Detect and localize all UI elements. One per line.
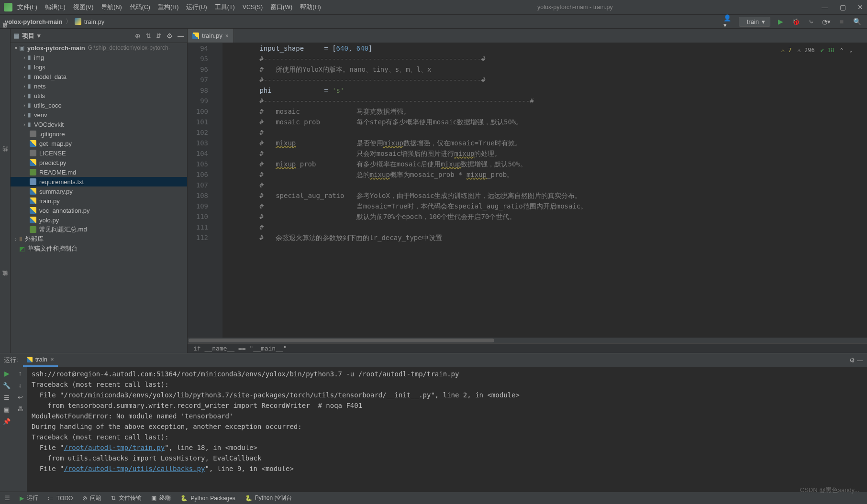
- menu-window[interactable]: 窗口(W): [270, 3, 292, 11]
- expand-all-icon[interactable]: ⇅: [145, 32, 151, 40]
- tree-scratches[interactable]: ◩ 草稿文件和控制台: [11, 244, 187, 253]
- tree-file[interactable]: README.md: [11, 167, 187, 177]
- tree-folder[interactable]: ›▮logs: [11, 62, 187, 72]
- print-icon[interactable]: 🖶: [17, 405, 23, 413]
- tree-file[interactable]: train.py: [11, 196, 187, 206]
- stack-icon[interactable]: ☰: [4, 394, 10, 401]
- user-add-icon[interactable]: 👤▾: [723, 16, 734, 27]
- tree-file[interactable]: summary.py: [11, 186, 187, 196]
- tree-file[interactable]: 常见问题汇总.md: [11, 225, 187, 234]
- wrench-icon[interactable]: 🔧: [3, 382, 11, 389]
- statusbar-python-console[interactable]: 🐍 Python 控制台: [245, 494, 292, 502]
- soft-wrap-icon[interactable]: ↩: [18, 394, 23, 401]
- statusbar-menu-icon[interactable]: ☰: [5, 495, 10, 502]
- statusbar-python-packages[interactable]: 🐍 Python Packages: [180, 495, 235, 502]
- chevron-right-icon[interactable]: ›: [21, 55, 28, 60]
- tree-folder[interactable]: ›▮VOCdevkit: [11, 120, 187, 129]
- statusbar-terminal[interactable]: ▣ 终端: [151, 494, 171, 502]
- editor-content[interactable]: 9495969798991001011021031041051061071081…: [188, 43, 867, 338]
- console-output[interactable]: ssh://root@region-4.autodl.com:51364/roo…: [27, 367, 867, 492]
- project-tree[interactable]: ▾ ▣ yolox-pytorch-main G:\ship_detection…: [11, 43, 187, 353]
- chevron-right-icon[interactable]: ›: [21, 65, 28, 70]
- python-file-icon: [75, 18, 81, 25]
- statusbar-run[interactable]: ▶运行: [20, 494, 38, 502]
- editor-tab-train[interactable]: train.py ×: [188, 29, 234, 43]
- menu-help[interactable]: 帮助(H): [300, 3, 321, 11]
- tree-file[interactable]: get_map.py: [11, 139, 187, 148]
- settings-icon[interactable]: ⚙: [167, 32, 173, 40]
- tree-file[interactable]: voc_annotation.py: [11, 206, 187, 215]
- warning-icon[interactable]: ⚠ 7: [781, 45, 792, 55]
- run-tab-train[interactable]: train ×: [23, 353, 58, 367]
- pin-icon[interactable]: 📌: [3, 418, 11, 425]
- profile-button[interactable]: ◔▾: [821, 16, 832, 27]
- chevron-up-icon[interactable]: ⌃: [840, 45, 844, 55]
- chevron-right-icon[interactable]: ›: [21, 122, 28, 127]
- menu-run[interactable]: 运行(U): [186, 3, 207, 11]
- tree-file[interactable]: requirements.txt: [11, 177, 187, 186]
- stop-button[interactable]: ■: [836, 16, 847, 27]
- locate-icon[interactable]: ⊕: [135, 32, 141, 40]
- tree-file[interactable]: yolo.py: [11, 215, 187, 225]
- chevron-right-icon[interactable]: ›: [21, 93, 28, 99]
- close-tab-icon[interactable]: ×: [50, 356, 54, 363]
- scroll-up-icon[interactable]: ↑: [19, 370, 22, 377]
- folder-icon: ▣: [19, 44, 24, 51]
- collapse-all-icon[interactable]: ⇵: [156, 32, 162, 40]
- close-tab-icon[interactable]: ×: [225, 33, 229, 39]
- statusbar-file-transfer[interactable]: ⇅ 文件传输: [111, 494, 142, 502]
- search-everywhere-button[interactable]: 🔍: [852, 16, 862, 27]
- close-window-icon[interactable]: ✕: [857, 3, 863, 11]
- code-body[interactable]: input_shape = [640, 640] #--------------…: [222, 43, 867, 338]
- tree-folder[interactable]: ›▮nets: [11, 81, 187, 91]
- chevron-right-icon[interactable]: ›: [21, 103, 28, 108]
- menu-vcs[interactable]: VCS(S): [243, 4, 263, 11]
- chevron-right-icon[interactable]: ›: [21, 84, 28, 89]
- run-config-selector[interactable]: train ▾: [739, 17, 770, 27]
- editor-inspection-status[interactable]: ⚠ 7 ⚠ 296 ✔ 18 ⌃ ⌄: [781, 45, 853, 55]
- tree-folder[interactable]: ›▮utils_coco: [11, 100, 187, 110]
- tree-file[interactable]: .gitignore: [11, 129, 187, 139]
- menu-file[interactable]: 文件(F): [17, 3, 37, 11]
- statusbar-problems[interactable]: ⊘ 问题: [82, 494, 101, 502]
- folder-icon: ▮: [28, 121, 31, 128]
- chevron-right-icon[interactable]: ›: [21, 74, 28, 79]
- menu-view[interactable]: 视图(V): [73, 3, 94, 11]
- menu-edit[interactable]: 编辑(E): [45, 3, 66, 11]
- chevron-down-icon[interactable]: ▾: [12, 45, 19, 51]
- rerun-button[interactable]: ▶: [4, 370, 10, 377]
- scroll-down-icon[interactable]: ↓: [19, 382, 22, 389]
- chevron-right-icon[interactable]: ›: [21, 112, 28, 118]
- statusbar-todo[interactable]: ≔ TODO: [48, 495, 73, 502]
- horizontal-scrollbar[interactable]: [188, 338, 867, 343]
- code-breadcrumb[interactable]: if __name__ == "__main__": [188, 343, 867, 353]
- layout-icon[interactable]: ▣: [4, 406, 10, 413]
- tree-folder[interactable]: ›▮img: [11, 53, 187, 62]
- tree-file[interactable]: predict.py: [11, 158, 187, 167]
- chevron-right-icon[interactable]: ›: [12, 237, 19, 242]
- chevron-down-icon[interactable]: ▾: [37, 32, 41, 39]
- coverage-button[interactable]: ⤷: [806, 16, 816, 27]
- tree-folder[interactable]: ›▮model_data: [11, 72, 187, 81]
- maximize-icon[interactable]: ▢: [840, 3, 846, 11]
- minimize-icon[interactable]: —: [822, 3, 828, 11]
- menu-tools[interactable]: 工具(T): [215, 3, 235, 11]
- tree-file[interactable]: LICENSE: [11, 148, 187, 158]
- breadcrumb-root[interactable]: yolox-pytorch-main: [5, 18, 63, 25]
- typo-icon[interactable]: ✔ 18: [821, 45, 834, 55]
- tree-folder[interactable]: ›▮venv: [11, 110, 187, 120]
- chevron-down-icon[interactable]: ⌄: [849, 45, 853, 55]
- tree-folder[interactable]: ›▮utils: [11, 91, 187, 100]
- run-settings-icon[interactable]: ⚙ —: [849, 357, 863, 364]
- breadcrumb-file[interactable]: train.py: [84, 18, 105, 25]
- menu-navigate[interactable]: 导航(N): [101, 3, 122, 11]
- menu-refactor[interactable]: 重构(R): [158, 3, 178, 11]
- scrollbar-thumb[interactable]: [189, 339, 494, 342]
- hide-panel-icon[interactable]: —: [178, 32, 184, 40]
- tree-root[interactable]: ▾ ▣ yolox-pytorch-main G:\ship_detection…: [11, 43, 187, 53]
- run-button[interactable]: ▶: [775, 16, 786, 27]
- debug-button[interactable]: 🐞: [790, 16, 801, 27]
- weak-warning-icon[interactable]: ⚠ 296: [797, 45, 814, 55]
- menu-code[interactable]: 代码(C): [130, 3, 150, 11]
- tree-external-libs[interactable]: › ⫴ 外部库: [11, 234, 187, 244]
